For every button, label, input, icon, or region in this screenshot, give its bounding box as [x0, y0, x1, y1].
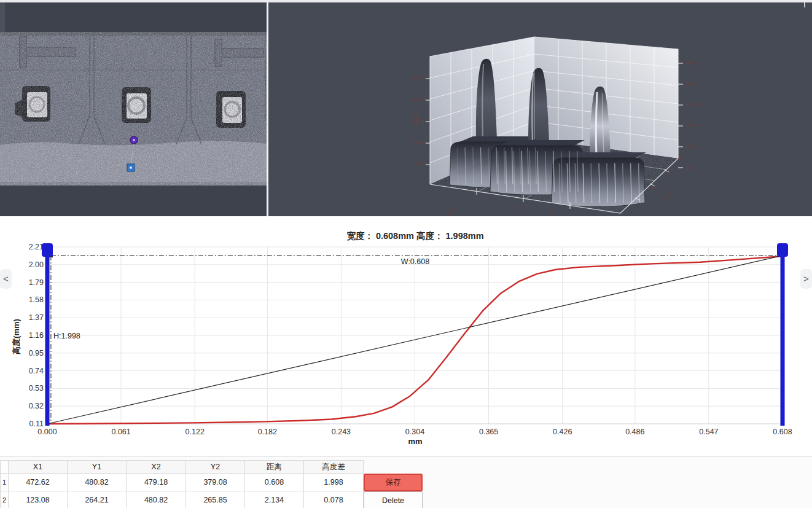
action-column-header [364, 460, 423, 474]
camera-image-panel [0, 0, 268, 216]
prev-section-button[interactable]: < [0, 269, 12, 289]
row-number-header [0, 460, 9, 474]
measurement-title: 宽度： 0.608mm 高度： 1.998mm [346, 231, 483, 241]
height-annotation-label: H:1.998 [53, 332, 80, 340]
x-tick-label: 0.182 [258, 428, 277, 436]
top-row: 3560.012679.631799.26918.8838.514440.383… [0, 0, 812, 216]
cursor-handle-left[interactable] [42, 243, 53, 257]
y-tick-label: 0.11 [29, 420, 44, 428]
z-tick-right: 38.51 [684, 165, 695, 170]
z-tick-right: 1799.26 [684, 123, 699, 128]
z-tick-left: 38.51 [415, 162, 426, 166]
chart-gridlines [47, 247, 783, 424]
y-axis-title: 高度(mm) [12, 319, 21, 354]
column-header-Y2: Y2 [186, 460, 245, 474]
panel-separator [267, 0, 268, 216]
table-cell-r2c6: 0.078 [304, 491, 364, 508]
table-cell-r2c1: 123.08 [9, 491, 68, 508]
surface-3d-panel[interactable]: 3560.012679.631799.26918.8838.514440.383… [268, 0, 812, 216]
y-tick-label: 1.79 [29, 278, 44, 287]
table-cell-r1c5: 0.608 [245, 474, 304, 491]
z-tick-right: 4440.38 [684, 61, 699, 65]
z-tick-left: 3560.01 [411, 76, 426, 80]
table-cell-r1c6: 1.998 [304, 474, 364, 491]
z-tick-right: 3560.01 [684, 82, 699, 86]
x-tick-label: 0.426 [553, 428, 572, 436]
row-number: 2 [0, 491, 9, 508]
measurement-table: X1Y1X2Y2距离高度差1472.62480.82479.18379.080.… [0, 460, 423, 508]
column-header-高度差: 高度差 [304, 460, 364, 474]
camera-image [0, 0, 268, 216]
table-cell-r2c5: 2.134 [245, 491, 304, 508]
row-number: 1 [0, 474, 9, 491]
width-annotation-label: W:0.608 [401, 257, 429, 266]
surface-3d-view: 3560.012679.631799.26918.8838.514440.383… [268, 0, 812, 216]
z-axis-label-3d: 高度(um) [413, 110, 418, 126]
y-tick-label: 0.53 [29, 384, 44, 393]
top-window-strip [0, 0, 812, 2]
action-cell: Delete [364, 491, 423, 508]
x-tick-label: 0.547 [699, 428, 718, 436]
column-header-X1: X1 [9, 460, 68, 474]
z-tick-right: 2679.63 [684, 103, 699, 107]
table-cell-r1c3: 479.18 [127, 474, 186, 491]
column-header-X2: X2 [127, 460, 186, 474]
z-tick-left: 2679.63 [411, 97, 426, 101]
y-tick-label: 0.32 [29, 402, 44, 410]
z-tick-left: 918.88 [413, 140, 425, 144]
y-tick-label: 1.16 [29, 331, 44, 340]
table-cell-r1c4: 379.08 [186, 474, 245, 491]
cursor-bar-right[interactable] [781, 247, 785, 426]
save-button[interactable]: 保存 [364, 474, 423, 491]
grayscale-sample-image [0, 32, 268, 186]
x-tick-label: 0.000 [37, 428, 57, 436]
y-tick-label: 1.37 [29, 313, 44, 322]
y-tick-label: 0.74 [29, 367, 44, 375]
delete-button[interactable]: Delete [364, 491, 423, 508]
x-tick-label: 0.061 [111, 428, 130, 436]
height-profile-chart: 宽度： 0.608mm 高度： 1.998mm 0.0000.0610.1220… [0, 216, 812, 456]
table-cell-r2c3: 480.82 [127, 491, 186, 508]
y-tick-label: 1.58 [29, 295, 44, 304]
y-tick-label: 2.21 [29, 243, 44, 251]
column-header-距离: 距离 [245, 460, 304, 474]
table-cell-r1c1: 472.62 [9, 474, 68, 491]
profile-chart-row: < > 宽度： 0.608mm 高度： 1.998mm 0.0000.0610.… [0, 216, 812, 456]
table-cell-r2c4: 265.85 [186, 491, 245, 508]
x-tick-label: 0.304 [405, 428, 424, 436]
y-tick-label: 2.00 [29, 260, 44, 269]
z-tick-right: 918.88 [684, 144, 697, 149]
measurement-table-row: X1Y1X2Y2距离高度差1472.62480.82479.18379.080.… [0, 456, 812, 508]
x-tick-label: 0.243 [332, 428, 351, 436]
table-cell-r2c2: 264.21 [68, 491, 127, 508]
next-section-button[interactable]: > [800, 269, 812, 289]
column-header-Y1: Y1 [68, 460, 127, 474]
x-tick-label: 0.122 [185, 428, 205, 436]
action-cell: 保存 [364, 474, 423, 491]
x-tick-label: 0.486 [625, 428, 644, 436]
y-tick-label: 0.95 [29, 349, 44, 358]
cursor-bar-left[interactable] [45, 247, 50, 426]
cursor-handle-right[interactable] [777, 243, 788, 257]
x-axis-title: mm [408, 437, 422, 446]
x-tick-label: 0.365 [479, 428, 498, 436]
x-tick-label: 0.608 [773, 428, 792, 436]
table-cell-r1c2: 480.82 [68, 474, 127, 491]
